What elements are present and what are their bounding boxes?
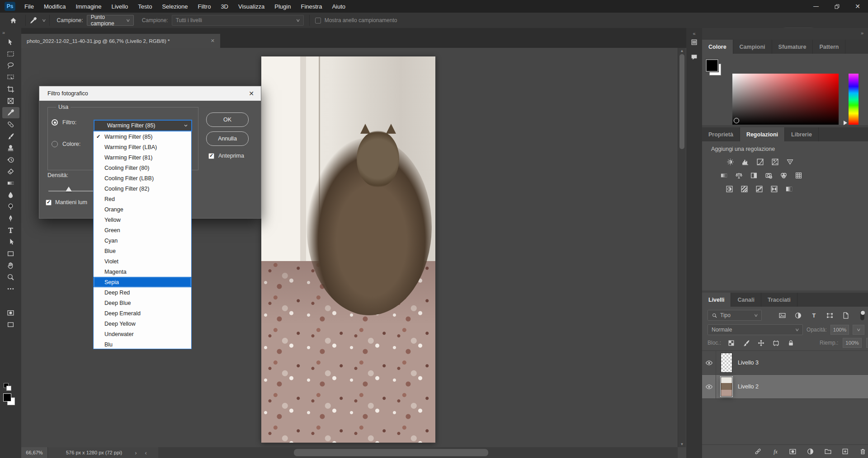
minimize-button[interactable]: — (806, 0, 826, 13)
dropdown-item-cyan[interactable]: Cyan (94, 235, 191, 246)
dropdown-item-cooling-filter-lbb-[interactable]: Cooling Filter (LBB) (94, 173, 191, 183)
dropdown-item-warming-filter-81-[interactable]: Warming Filter (81) (94, 152, 191, 163)
filter-radio[interactable] (52, 119, 58, 126)
toolbar-collapse-icon[interactable]: » (0, 28, 21, 36)
status-next-icon[interactable]: › (135, 449, 137, 456)
shape-layer-filter-icon[interactable] (825, 310, 835, 320)
brightness-contrast-icon[interactable] (725, 157, 736, 167)
link-layers-icon[interactable] (753, 447, 764, 457)
collapse-panels-icon[interactable]: » (861, 30, 863, 36)
layer-thumbnail[interactable] (721, 377, 732, 397)
posterize-icon[interactable] (739, 184, 750, 194)
new-adjustment-layer-icon[interactable] (805, 447, 816, 457)
dropdown-item-deep-yellow[interactable]: Deep Yellow (94, 318, 191, 329)
levels-icon[interactable] (740, 157, 750, 167)
tab-close-icon[interactable]: ✕ (211, 38, 215, 44)
hand-tool[interactable] (2, 260, 19, 271)
zoom-tool[interactable] (2, 271, 19, 283)
tab-librerie[interactable]: Librerie (785, 127, 819, 141)
object-selection-tool[interactable] (2, 72, 19, 83)
edit-toolbar-icon[interactable] (2, 283, 19, 294)
curves-icon[interactable] (755, 157, 765, 167)
foreground-swatch[interactable] (706, 59, 718, 72)
layer-row-1[interactable]: Livello 3 (702, 351, 868, 375)
eyedropper-tool[interactable] (2, 107, 19, 118)
screen-mode-button[interactable] (2, 319, 19, 330)
lock-paint-icon[interactable] (741, 338, 751, 348)
preview-checkbox[interactable] (208, 153, 214, 159)
document-image[interactable] (261, 56, 435, 443)
document-tab[interactable]: photo_2022-12-02_11-40-31.jpg @ 66,7% (L… (21, 34, 220, 48)
dropdown-item-cooling-filter-82-[interactable]: Cooling Filter (82) (94, 183, 191, 194)
delete-layer-icon[interactable] (857, 447, 868, 457)
ok-button[interactable]: OK (206, 112, 249, 127)
lock-all-icon[interactable] (785, 338, 796, 348)
sample-point-select[interactable]: Punto campione ∨ (87, 15, 134, 26)
threshold-icon[interactable] (754, 184, 764, 194)
sample-layers-select[interactable]: Tutti i livelli ∨ (172, 15, 304, 26)
dropdown-item-red[interactable]: Red (94, 194, 191, 204)
horizontal-scrollbar[interactable] (158, 447, 678, 458)
dropdown-item-deep-blue[interactable]: Deep Blue (94, 298, 191, 308)
show-ring-checkbox[interactable] (315, 18, 321, 23)
fill-value[interactable]: 100% (843, 338, 861, 348)
tab-livelli[interactable]: Livelli (702, 293, 731, 307)
menu-modifica[interactable]: Modifica (39, 0, 71, 13)
quick-mask-button[interactable] (2, 307, 19, 318)
menu-filtro[interactable]: Filtro (193, 0, 216, 13)
scroll-down-icon[interactable]: ▼ (678, 442, 686, 446)
dropdown-item-warming-filter-85-[interactable]: ✓Warming Filter (85) (94, 131, 191, 142)
zoom-level-field[interactable]: 66,67% (21, 447, 48, 458)
dropdown-item-underwater[interactable]: Underwater (94, 329, 191, 339)
tab-tracciati[interactable]: Tracciati (761, 293, 797, 307)
menu-selezione[interactable]: Selezione (157, 0, 193, 13)
type-layer-filter-icon[interactable] (809, 310, 820, 320)
layer-visibility-toggle[interactable] (702, 375, 716, 398)
layer-visibility-toggle[interactable] (702, 351, 716, 374)
frame-tool[interactable] (2, 95, 19, 107)
color-lookup-icon[interactable] (793, 170, 804, 180)
scroll-up-icon[interactable]: ▲ (678, 49, 686, 53)
pen-tool[interactable] (2, 213, 19, 224)
dropdown-item-magenta[interactable]: Magenta (94, 266, 191, 277)
color-balance-icon[interactable] (733, 170, 744, 180)
dropdown-item-violet[interactable]: Violet (94, 256, 191, 266)
horizontal-scroll-thumb[interactable] (294, 449, 488, 456)
exposure-icon[interactable] (769, 157, 780, 167)
menu-aiuto[interactable]: Aiuto (327, 0, 350, 13)
menu-finestra[interactable]: Finestra (296, 0, 327, 13)
new-group-icon[interactable] (822, 447, 833, 457)
filter-select[interactable]: Warming Filter (85) (94, 120, 192, 131)
black-white-icon[interactable] (748, 170, 759, 180)
dialog-title-bar[interactable]: Filtro fotografico ✕ (39, 86, 261, 101)
type-tool[interactable] (2, 224, 19, 236)
fill-dropdown[interactable]: ∨ (866, 338, 868, 348)
saturation-brightness-field[interactable] (732, 74, 839, 125)
vibrance-icon[interactable] (784, 157, 795, 167)
density-slider-thumb[interactable] (66, 187, 72, 192)
dropdown-item-cooling-filter-80-[interactable]: Cooling Filter (80) (94, 163, 191, 173)
clone-stamp-tool[interactable] (2, 142, 19, 154)
menu-testo[interactable]: Testo (133, 0, 157, 13)
layer-row-2[interactable]: Livello 2 (702, 375, 868, 399)
dropdown-item-yellow[interactable]: Yellow (94, 215, 191, 225)
history-brush-tool[interactable] (2, 154, 19, 165)
blend-mode-select[interactable]: Normale ∨ (708, 324, 803, 335)
close-button[interactable]: ✕ (847, 0, 868, 13)
gradient-map-icon[interactable] (783, 184, 794, 194)
home-button[interactable] (5, 15, 22, 26)
color-radio[interactable] (52, 141, 58, 147)
lock-artboard-icon[interactable] (770, 338, 781, 348)
menu-visualizza[interactable]: Visualizza (233, 0, 269, 13)
hue-strip[interactable] (849, 74, 859, 125)
hue-slider-arrow[interactable] (844, 121, 847, 125)
lock-position-icon[interactable] (755, 338, 766, 348)
add-mask-icon[interactable] (788, 447, 798, 457)
foreground-color-swatch[interactable] (3, 393, 11, 402)
comments-panel-button[interactable] (688, 51, 701, 63)
dropdown-item-sepia[interactable]: Sepia (94, 277, 191, 287)
rectangular-marquee-tool[interactable] (2, 48, 19, 60)
crop-tool[interactable] (2, 84, 19, 95)
dropdown-item-orange[interactable]: Orange (94, 204, 191, 215)
layer-thumbnail[interactable] (721, 353, 732, 373)
